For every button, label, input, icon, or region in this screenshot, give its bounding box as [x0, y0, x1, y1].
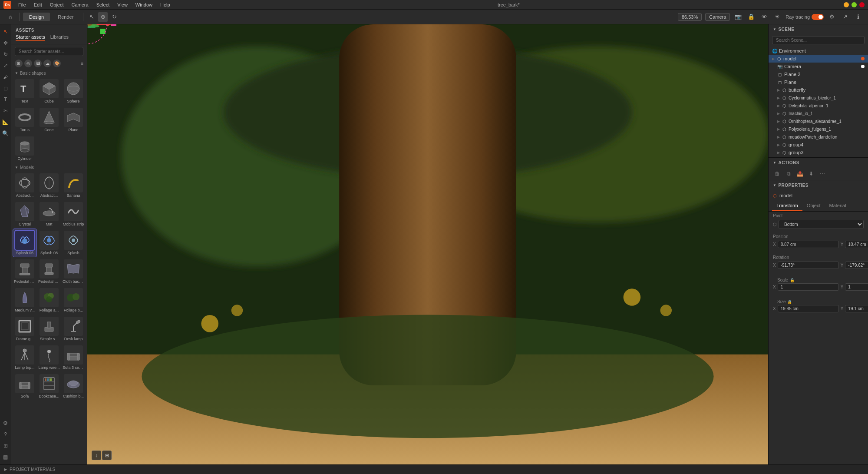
asset-abstract2[interactable]: Abstract... [37, 172, 61, 199]
ray-tracing-switch[interactable] [812, 14, 824, 20]
models-section[interactable]: ▼ Models [11, 162, 87, 172]
asset-sofa3[interactable]: Sofa 3 seats [62, 344, 85, 371]
prop-tab-transform[interactable]: Transform [772, 201, 802, 211]
prop-tab-material[interactable]: Material [825, 201, 851, 211]
asset-splash08[interactable]: Splash 08 [37, 229, 61, 257]
viewport[interactable]: ↕ ⊞ [87, 24, 768, 464]
pos-x-input[interactable] [778, 241, 839, 248]
assets-search-input[interactable] [15, 47, 83, 56]
asset-foliage2[interactable]: Foliage b... [62, 286, 85, 314]
asset-cloth[interactable]: Cloth back... [62, 258, 85, 285]
asset-cube[interactable]: Cube [37, 77, 61, 105]
menu-file[interactable]: File [15, 1, 30, 8]
scale-tool-icon[interactable]: ⤢ [1, 61, 10, 70]
action-more[interactable]: ⋯ [818, 169, 827, 178]
bottom-bar[interactable]: ▶ PROJECT MATERIALS [0, 464, 868, 474]
filter-3d-icon[interactable]: ◎ [24, 60, 32, 67]
asset-splash06[interactable]: Splash 06 [13, 229, 36, 257]
asset-desklamp[interactable]: Desk lamp [62, 315, 85, 343]
action-download[interactable]: ⬇ [807, 169, 815, 178]
assets-tab-libraries[interactable]: Libraries [50, 34, 69, 41]
text-tool-icon[interactable]: T [1, 95, 10, 104]
asset-lamptripod[interactable]: Lamp trip... [13, 344, 36, 371]
viewport-nav-icon1[interactable]: ↕ [92, 451, 101, 460]
filter-img-icon[interactable]: 🖼 [34, 60, 42, 67]
assets-tab-starter[interactable]: Starter assets [16, 34, 45, 41]
tab-render[interactable]: Render [52, 13, 79, 21]
asset-sofa[interactable]: Sofa [13, 372, 36, 400]
menu-window[interactable]: Window [132, 1, 156, 8]
knife-tool-icon[interactable]: ✂ [1, 106, 10, 116]
size-x-input[interactable] [778, 305, 839, 312]
scene-item-camera[interactable]: 📷 Camera [769, 63, 868, 70]
asset-cushion[interactable]: Cushion b... [62, 372, 85, 400]
rotate-tool[interactable]: ↻ [109, 12, 119, 22]
asset-abstract1[interactable]: Abstract... [13, 172, 36, 199]
shape-tool-icon[interactable]: ◻ [1, 83, 10, 93]
zoom-tool-icon[interactable]: 🔍 [1, 129, 10, 138]
scene-item-delephila[interactable]: ▶ ⬡ Delephila_alpenor_1 [769, 102, 868, 109]
filter-mat-icon[interactable]: 🎨 [53, 60, 61, 67]
select-tool-icon[interactable]: ↖ [1, 27, 10, 36]
lock-icon[interactable]: 🔒 [746, 12, 756, 22]
asset-plane[interactable]: Plane [62, 106, 85, 134]
pos-y-input[interactable] [845, 241, 868, 248]
scene-item-plane[interactable]: ◻ Plane [769, 78, 868, 86]
close-button[interactable] [859, 2, 865, 7]
home-button[interactable]: ⌂ [5, 12, 16, 22]
filter-hdri-icon[interactable]: ☁ [43, 60, 51, 67]
asset-simple[interactable]: Simple s... [37, 315, 61, 343]
asset-pedestal2[interactable]: Pedestal a... [37, 258, 61, 285]
menu-camera[interactable]: Camera [68, 1, 92, 8]
sun-icon[interactable]: ☀ [772, 12, 782, 22]
share-icon[interactable]: ↗ [840, 12, 850, 22]
scene-item-meadow[interactable]: ▶ ⬡ meadowPatch_dandelion [769, 133, 868, 141]
asset-pedestal1[interactable]: Pedestal a... [13, 258, 36, 285]
filter-all-icon[interactable]: ⊞ [15, 60, 23, 67]
scene-item-group3[interactable]: ▶ ⬡ group3 [769, 149, 868, 156]
asset-medium[interactable]: Medium v... [13, 286, 36, 314]
scene-item-poly[interactable]: ▶ ⬡ Polyxoleria_fulgens_1 [769, 125, 868, 133]
asset-torus[interactable]: Torus [13, 106, 36, 134]
asset-banana[interactable]: Banana [62, 172, 85, 199]
select-tool[interactable]: ↖ [87, 12, 96, 22]
prop-tab-object[interactable]: Object [802, 201, 825, 211]
scene-item-model[interactable]: ▶ ⬡ model [769, 55, 868, 63]
camera-icon[interactable]: 📷 [733, 12, 743, 22]
asset-sphere[interactable]: Sphere [62, 77, 85, 105]
asset-frame[interactable]: Frame g... [13, 315, 36, 343]
properties-section-header[interactable]: ▼ PROPERTIES [769, 180, 868, 190]
settings-icon[interactable]: ⚙ [827, 12, 837, 22]
move-tool[interactable]: ⊕ [98, 12, 108, 22]
menu-help[interactable]: Help [157, 1, 174, 8]
eye-icon[interactable]: 👁 [759, 12, 769, 22]
scene-item-environment[interactable]: 🌐 Environment [769, 47, 868, 55]
scene-section-header[interactable]: ▼ SCENE [769, 24, 868, 34]
action-trash[interactable]: 🗑 [773, 169, 782, 178]
asset-crystal[interactable]: Crystal [13, 200, 36, 228]
asset-splash[interactable]: Splash [62, 229, 85, 257]
scale-x-input[interactable] [778, 283, 839, 291]
measure-tool-icon[interactable]: 📐 [1, 117, 10, 127]
maximize-button[interactable] [851, 2, 857, 7]
rotate-tool-icon[interactable]: ↻ [1, 50, 10, 59]
settings-tool-icon[interactable]: ⚙ [1, 418, 10, 428]
scale-y-input[interactable] [845, 283, 868, 291]
menu-object[interactable]: Object [46, 1, 67, 8]
asset-lampwire[interactable]: Lamp wire... [37, 344, 61, 371]
help-tool-icon[interactable]: ? [1, 430, 10, 439]
asset-text[interactable]: T Text [13, 77, 36, 105]
zoom-display[interactable]: 86.53% [678, 13, 702, 21]
action-export[interactable]: 📤 [795, 169, 804, 178]
bottom-icon1[interactable]: ⊞ [1, 441, 10, 451]
bottom-icon2[interactable]: ▤ [1, 452, 10, 462]
rot-y-input[interactable] [845, 262, 868, 269]
menu-view[interactable]: View [114, 1, 131, 8]
list-view-icon[interactable]: ≡ [81, 61, 83, 66]
tab-design[interactable]: Design [23, 13, 50, 21]
scene-item-group4[interactable]: ▶ ⬡ group4 [769, 141, 868, 149]
scene-item-cyclom[interactable]: ▶ ⬡ Cyclommatius_bicolor_1 [769, 94, 868, 102]
camera-select[interactable]: Camera [705, 13, 730, 21]
asset-foliage1[interactable]: Foliage a... [37, 286, 61, 314]
paint-tool-icon[interactable]: 🖌 [1, 72, 10, 82]
